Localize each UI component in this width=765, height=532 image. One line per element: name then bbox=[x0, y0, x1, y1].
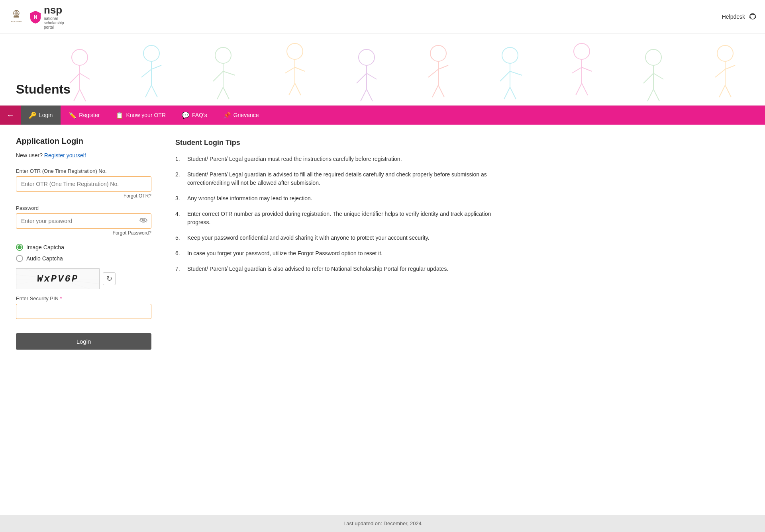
tips-list: 1. Student/ Parent/ Legal guardian must … bbox=[175, 155, 494, 273]
svg-line-19 bbox=[151, 65, 161, 69]
svg-line-44 bbox=[432, 85, 438, 97]
image-captcha-radio[interactable] bbox=[16, 244, 23, 251]
svg-point-22 bbox=[215, 47, 231, 63]
nav-know-otr-label: Know your OTR bbox=[126, 112, 166, 118]
svg-line-20 bbox=[145, 85, 151, 97]
otr-label: Enter OTR (One Time Registration) No. bbox=[16, 168, 151, 174]
tip-number-1: 1. bbox=[175, 155, 183, 163]
password-wrapper bbox=[16, 213, 151, 229]
image-captcha-option[interactable]: Image Captcha bbox=[16, 244, 151, 251]
tip-text-5: Keep your password confidential and avoi… bbox=[187, 234, 430, 242]
main-content: Application Login New user? Register you… bbox=[0, 125, 510, 362]
svg-line-49 bbox=[510, 71, 522, 75]
pin-icon: 📌 bbox=[223, 111, 231, 119]
audio-captcha-label: Audio Captcha bbox=[26, 255, 63, 262]
svg-point-46 bbox=[502, 47, 518, 63]
footer: Last updated on: December, 2024 bbox=[0, 515, 765, 532]
tip-item-7: 7. Student/ Parent/ Legal guardian is al… bbox=[175, 265, 494, 273]
login-button[interactable]: Login bbox=[16, 333, 151, 350]
nav-item-login[interactable]: 🔑 Login bbox=[21, 106, 61, 125]
password-label: Password bbox=[16, 205, 151, 211]
nav-item-know-otr[interactable]: 📋 Know your OTR bbox=[108, 106, 174, 125]
captcha-box: WxPV6P ↻ bbox=[16, 268, 151, 289]
svg-point-52 bbox=[574, 43, 590, 59]
audio-captcha-option[interactable]: Audio Captcha bbox=[16, 255, 151, 262]
otr-input[interactable] bbox=[16, 176, 151, 192]
login-panel-title: Application Login bbox=[16, 137, 151, 146]
tip-number-7: 7. bbox=[175, 265, 183, 273]
security-pin-label: Enter Security PIN * bbox=[16, 295, 151, 301]
svg-line-66 bbox=[715, 69, 725, 77]
footer-text: Last updated on: December, 2024 bbox=[343, 520, 422, 526]
svg-line-50 bbox=[504, 87, 510, 99]
captcha-text-display: WxPV6P bbox=[37, 274, 78, 284]
logo-area: भारत सरकार N nsp national scholarship po… bbox=[8, 4, 64, 29]
forgot-otr-link[interactable]: Forgot OTR? bbox=[16, 193, 151, 199]
otr-form-group: Enter OTR (One Time Registration) No. Fo… bbox=[16, 168, 151, 199]
tip-item-1: 1. Student/ Parent/ Legal guardian must … bbox=[175, 155, 494, 163]
svg-point-58 bbox=[645, 49, 661, 65]
svg-line-12 bbox=[70, 73, 80, 83]
headphone-icon bbox=[748, 12, 757, 21]
toggle-password-icon[interactable] bbox=[139, 217, 147, 225]
login-panel: Application Login New user? Register you… bbox=[16, 137, 151, 350]
nav-item-grievance[interactable]: 📌 Grievance bbox=[215, 106, 267, 125]
security-pin-group: Enter Security PIN * bbox=[16, 295, 151, 327]
clipboard-icon: 📋 bbox=[116, 111, 124, 119]
nav-item-faqs[interactable]: 💬 FAQ's bbox=[174, 106, 215, 125]
forgot-password-link[interactable]: Forgot Password? bbox=[16, 230, 151, 236]
svg-rect-8 bbox=[749, 16, 751, 18]
nav-back-button[interactable]: ← bbox=[0, 106, 21, 125]
nav-grievance-label: Grievance bbox=[233, 112, 259, 118]
svg-point-10 bbox=[72, 49, 88, 65]
svg-point-40 bbox=[430, 45, 446, 61]
captcha-options: Image Captcha Audio Captcha bbox=[16, 244, 151, 262]
nav-item-register[interactable]: ✏️ Register bbox=[61, 106, 108, 125]
svg-line-36 bbox=[357, 73, 367, 83]
svg-point-28 bbox=[287, 43, 303, 59]
svg-text:भारत सरकार: भारत सरकार bbox=[11, 20, 22, 23]
nsp-subtitle: national scholarship portal bbox=[44, 16, 64, 29]
svg-line-37 bbox=[367, 73, 377, 79]
tip-number-4: 4. bbox=[175, 210, 183, 227]
key-icon: 🔑 bbox=[29, 111, 37, 119]
nav-faqs-label: FAQ's bbox=[192, 112, 207, 118]
svg-line-63 bbox=[653, 89, 659, 101]
svg-line-13 bbox=[80, 73, 90, 79]
svg-line-30 bbox=[285, 67, 295, 73]
audio-captcha-radio[interactable] bbox=[16, 255, 23, 262]
password-form-group: Password Forgot Password? bbox=[16, 205, 151, 236]
svg-line-39 bbox=[367, 89, 373, 101]
tips-panel: Student Login Tips 1. Student/ Parent/ L… bbox=[175, 137, 494, 350]
helpdesk-area[interactable]: Helpdesk bbox=[722, 12, 757, 21]
tip-number-2: 2. bbox=[175, 170, 183, 187]
register-link[interactable]: Register yourself bbox=[44, 152, 86, 158]
tip-text-2: Student/ Parent/ Legal guardian is advis… bbox=[187, 170, 494, 187]
svg-line-15 bbox=[80, 89, 86, 101]
header: भारत सरकार N nsp national scholarship po… bbox=[0, 0, 765, 34]
tip-text-3: Any wrong/ false information may lead to… bbox=[187, 194, 312, 203]
nav-register-label: Register bbox=[79, 112, 100, 118]
captcha-refresh-button[interactable]: ↻ bbox=[103, 272, 116, 285]
svg-line-33 bbox=[295, 83, 301, 95]
pencil-icon: ✏️ bbox=[69, 111, 76, 119]
svg-line-60 bbox=[643, 73, 653, 83]
tip-text-6: In case you forget your password, utiliz… bbox=[187, 249, 382, 258]
nsp-shield-icon: N bbox=[29, 10, 42, 23]
svg-line-38 bbox=[361, 89, 367, 101]
svg-line-14 bbox=[74, 89, 80, 101]
image-captcha-label: Image Captcha bbox=[26, 244, 64, 250]
svg-line-42 bbox=[428, 69, 438, 77]
tip-number-6: 6. bbox=[175, 249, 183, 258]
svg-line-62 bbox=[647, 89, 653, 101]
svg-point-34 bbox=[359, 49, 375, 65]
svg-point-64 bbox=[717, 45, 733, 61]
back-arrow-icon: ← bbox=[6, 111, 14, 120]
tip-text-4: Enter correct OTR number as provided dur… bbox=[187, 210, 494, 227]
captcha-image: WxPV6P bbox=[16, 268, 100, 289]
svg-line-55 bbox=[582, 67, 592, 71]
security-pin-input[interactable] bbox=[16, 304, 151, 319]
password-input[interactable] bbox=[16, 213, 151, 229]
svg-line-67 bbox=[725, 65, 735, 69]
navbar: ← 🔑 Login ✏️ Register 📋 Know your OTR 💬 … bbox=[0, 106, 765, 125]
